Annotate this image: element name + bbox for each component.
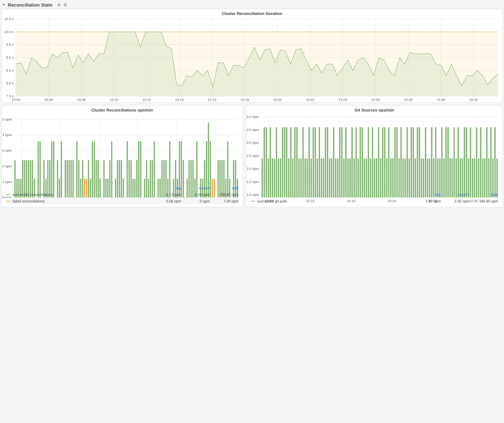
svg-text:10.5 s: 10.5 s bbox=[4, 17, 14, 21]
svg-text:9.0 s: 9.0 s bbox=[6, 56, 14, 59]
panel-row: Cluster Reconciliations ops/min 0 opm1 o… bbox=[1, 105, 503, 207]
svg-text:15:20: 15:20 bbox=[273, 98, 282, 102]
svg-text:15:26: 15:26 bbox=[371, 98, 380, 102]
svg-text:15:30: 15:30 bbox=[437, 98, 445, 102]
svg-text:15:10: 15:10 bbox=[110, 98, 118, 102]
legend-series-dash-icon bbox=[6, 194, 10, 195]
legend-header-row: avgcurrenttotal bbox=[251, 191, 498, 198]
svg-text:2 opm: 2 opm bbox=[2, 164, 12, 168]
x-axis-labels: 15:0415:0615:0815:1015:1215:1415:1615:18… bbox=[12, 98, 478, 102]
legend-header-current[interactable]: current bbox=[181, 186, 210, 190]
legend-series-dash-icon bbox=[251, 201, 255, 201]
legend-value-avg: 0.06 opm bbox=[152, 199, 181, 203]
y-axis-labels: 7.5 s8.0 s8.5 s9.0 s9.5 s10.0 s10.5 s bbox=[4, 17, 14, 98]
legend-header-current[interactable]: current bbox=[441, 193, 469, 196]
svg-text:15:04: 15:04 bbox=[12, 98, 20, 102]
row-title-reconciliation-stats[interactable]: Reconciliation Stats bbox=[8, 2, 53, 7]
legend-series-dash-icon bbox=[6, 201, 10, 201]
legend-value-avg: 2.87 opm bbox=[412, 199, 441, 203]
dashboard: Reconciliation Stats Cluster Reconciliat… bbox=[0, 0, 504, 212]
panel-title[interactable]: Git Sources ops/min bbox=[246, 106, 503, 113]
svg-text:5 opm: 5 opm bbox=[2, 118, 12, 121]
svg-text:15:14: 15:14 bbox=[175, 98, 184, 102]
row-header-reconciliation-stats: Reconciliation Stats bbox=[1, 1, 503, 9]
panel-title[interactable]: Cluster Reconciliations ops/min bbox=[1, 106, 243, 113]
svg-text:15:24: 15:24 bbox=[338, 98, 347, 102]
series-successful-git-pulls bbox=[262, 127, 498, 198]
svg-text:10.0 s: 10.0 s bbox=[4, 30, 14, 34]
chevron-down-icon[interactable] bbox=[2, 3, 6, 6]
svg-text:15:28: 15:28 bbox=[404, 98, 413, 102]
legend-value-total: 346.80 opm bbox=[469, 199, 498, 203]
svg-text:15:12: 15:12 bbox=[142, 98, 151, 102]
legend-value-avg: 2.12 opm bbox=[152, 193, 181, 196]
legend-series-label: failed reconciliations bbox=[12, 199, 45, 203]
svg-text:2.5 opm: 2.5 opm bbox=[247, 154, 259, 158]
gear-icon[interactable] bbox=[57, 3, 61, 7]
svg-text:8.5 s: 8.5 s bbox=[6, 69, 14, 72]
legend-row: successful git pulls2.87 opm2.40 opm346.… bbox=[251, 198, 498, 204]
legend-series[interactable]: failed reconciliations bbox=[6, 199, 152, 203]
legend-value-current: 0 opm bbox=[181, 199, 210, 203]
svg-text:1 opm: 1 opm bbox=[2, 180, 12, 184]
chart-git-sources-opm[interactable]: 1.0 opm1.5 opm2.0 opm2.5 opm3.0 opm3.5 o… bbox=[246, 113, 503, 191]
svg-text:2.0 opm: 2.0 opm bbox=[247, 167, 259, 171]
svg-text:15:18: 15:18 bbox=[240, 98, 249, 102]
row-header-helm-stats: Helm Stats bbox=[1, 210, 503, 212]
svg-text:4.0 opm: 4.0 opm bbox=[247, 115, 259, 119]
legend-series-label: successful git pulls bbox=[257, 199, 287, 203]
panel-cluster-reconciliation-duration: Cluster Reconciliation Duration 7.5 s8.0… bbox=[1, 9, 503, 103]
chart-cluster-reconciliation-duration[interactable]: 7.5 s8.0 s8.5 s9.0 s9.5 s10.0 s10.5 s15:… bbox=[1, 17, 503, 102]
panel-git-sources-opm: Git Sources ops/min 1.0 opm1.5 opm2.0 op… bbox=[246, 105, 503, 207]
legend-header-row: avgcurrenttotal bbox=[6, 185, 239, 191]
legend-git-sources: avgcurrenttotalsuccessful git pulls2.87 … bbox=[246, 191, 503, 207]
legend-row: failed reconciliations0.06 opm0 opm7.20 … bbox=[6, 198, 239, 204]
panel-cluster-reconciliations-opm: Cluster Reconciliations ops/min 0 opm1 o… bbox=[1, 105, 243, 207]
legend-series-label: successful reconciliations bbox=[12, 193, 53, 196]
svg-text:1.5 opm: 1.5 opm bbox=[247, 180, 259, 184]
svg-text:15:08: 15:08 bbox=[77, 98, 85, 102]
y-axis-labels: 1.0 opm1.5 opm2.0 opm2.5 opm3.0 opm3.5 o… bbox=[247, 115, 259, 197]
svg-text:15:16: 15:16 bbox=[208, 98, 216, 102]
legend-header-total[interactable]: total bbox=[210, 186, 239, 190]
svg-text:3.5 opm: 3.5 opm bbox=[247, 128, 259, 132]
svg-text:3.0 opm: 3.0 opm bbox=[247, 141, 259, 145]
svg-text:15:06: 15:06 bbox=[44, 98, 53, 102]
chart-cluster-reconciliations-opm[interactable]: 0 opm1 opm2 opm3 opm4 opm5 opm15:0515:10… bbox=[1, 113, 243, 184]
svg-text:7.5 s: 7.5 s bbox=[6, 94, 14, 98]
legend-series[interactable]: successful reconciliations bbox=[6, 193, 152, 196]
svg-text:3 opm: 3 opm bbox=[2, 149, 12, 153]
legend-cluster-reconciliations: avgcurrenttotalsuccessful reconciliation… bbox=[1, 184, 243, 207]
svg-text:8.0 s: 8.0 s bbox=[6, 81, 14, 85]
legend-value-current: 1.20 opm bbox=[181, 193, 210, 196]
legend-series[interactable]: successful git pulls bbox=[251, 199, 412, 203]
legend-value-total: 7.20 opm bbox=[210, 199, 239, 203]
svg-text:15:32: 15:32 bbox=[469, 98, 478, 102]
legend-header-total[interactable]: total bbox=[469, 193, 498, 196]
legend-row: successful reconciliations2.12 opm1.20 o… bbox=[6, 191, 239, 198]
legend-header-avg[interactable]: avg bbox=[412, 193, 441, 196]
legend-header-avg[interactable]: avg bbox=[152, 186, 181, 190]
legend-value-total: 256.80 opm bbox=[210, 193, 239, 196]
svg-text:9.5 s: 9.5 s bbox=[6, 43, 14, 47]
svg-text:15:22: 15:22 bbox=[306, 98, 314, 102]
trash-icon[interactable] bbox=[63, 3, 67, 7]
svg-text:4 opm: 4 opm bbox=[2, 133, 12, 137]
panel-title[interactable]: Cluster Reconciliation Duration bbox=[1, 9, 503, 17]
legend-value-current: 2.40 opm bbox=[441, 199, 469, 203]
